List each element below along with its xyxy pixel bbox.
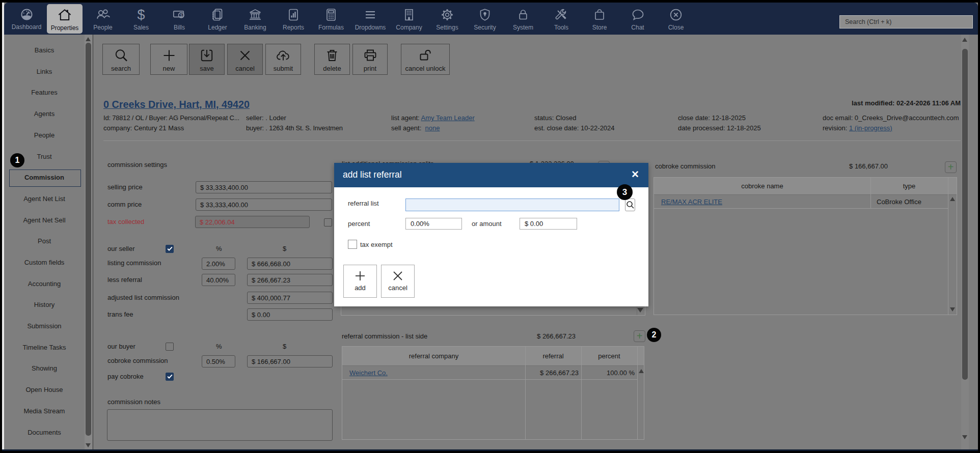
svg-text:$: $ [137,8,145,22]
svg-text:$: $ [180,13,182,18]
